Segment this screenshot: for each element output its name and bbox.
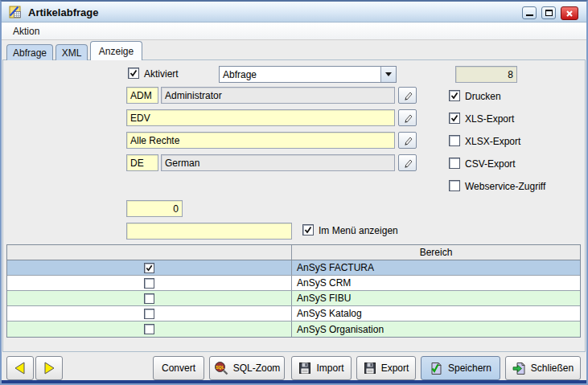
export-label: Export: [381, 362, 409, 374]
table-row[interactable]: AnSyS FIBU: [7, 291, 580, 306]
speichern-label: Speichern: [448, 362, 491, 374]
im-menue-anzeigen-checkbox[interactable]: [302, 224, 314, 236]
checkmark-icon: [450, 91, 459, 100]
window-bottom-border: [0, 380, 588, 385]
row-checkbox[interactable]: [144, 324, 154, 334]
berechtigung-picker-button[interactable]: [398, 132, 417, 149]
sprache-code-field[interactable]: DE: [126, 154, 158, 171]
aktiviert-label: Aktiviert: [144, 68, 179, 80]
sql-zoom-icon: SQL: [214, 361, 228, 375]
table-row[interactable]: AnSyS FACTURA: [7, 260, 580, 276]
typ-combobox[interactable]: Abfrage: [219, 66, 397, 83]
table-row[interactable]: AnSyS Katalog: [7, 306, 580, 322]
combo-dropdown-button[interactable]: [380, 67, 396, 82]
convert-label: Convert: [162, 362, 195, 374]
table-row[interactable]: AnSyS Organisation: [7, 322, 580, 337]
window-title: Artikelabfrage: [28, 6, 98, 18]
checkmark-icon: [129, 68, 138, 78]
typ-value: Abfrage: [220, 69, 380, 80]
xls-export-checkbox[interactable]: [449, 113, 460, 124]
arrow-right-icon: [41, 361, 57, 375]
speichern-button[interactable]: Speichern: [421, 356, 500, 380]
sql-zoom-button[interactable]: SQL SQL-Zoom: [209, 356, 285, 380]
abteilung-picker-button[interactable]: [398, 109, 417, 126]
mitarbeiter-picker-button[interactable]: [398, 87, 417, 104]
aktiviert-checkbox[interactable]: [128, 68, 139, 79]
prioritaet-field[interactable]: 0: [126, 200, 183, 217]
row-label: AnSyS FACTURA: [292, 260, 580, 275]
minimize-icon: [526, 10, 533, 16]
close-arrow-icon: [512, 362, 526, 375]
sprache-picker-button[interactable]: [398, 154, 417, 171]
sprache-name-field[interactable]: German: [161, 154, 395, 171]
row-label: AnSyS Organisation: [292, 322, 580, 337]
title-bar: Artikelabfrage: [2, 2, 586, 23]
drucken-label: Drucken: [465, 91, 501, 102]
schliessen-label: Schließen: [531, 362, 574, 374]
xlsx-export-checkbox[interactable]: [449, 135, 460, 146]
maximize-icon: [545, 10, 553, 16]
table-header-bereich[interactable]: Bereich: [292, 245, 580, 260]
row-label: AnSyS CRM: [292, 276, 580, 290]
mitarbeiter-code-field[interactable]: ADM: [126, 87, 158, 104]
previous-record-button[interactable]: [6, 356, 34, 380]
csv-export-label: CSV-Export: [465, 158, 516, 170]
app-icon: [7, 4, 23, 20]
webservice-zugriff-label: Webservice-Zugriff: [465, 181, 545, 192]
checkmark-icon: [303, 225, 313, 235]
import-label: Import: [316, 362, 343, 374]
row-checkbox[interactable]: [144, 278, 154, 289]
arrow-left-icon: [12, 361, 28, 375]
export-button[interactable]: Export: [356, 356, 416, 380]
row-checkbox[interactable]: [144, 309, 154, 319]
tab-xml[interactable]: XML: [56, 44, 88, 60]
row-label: AnSyS Katalog: [292, 306, 580, 321]
drucken-checkbox[interactable]: [449, 90, 460, 101]
bereich-table: Bereich AnSyS FACTURA AnSyS CRM AnSyS FI…: [6, 244, 581, 338]
abteilung-field[interactable]: EDV: [126, 109, 395, 126]
maximize-button[interactable]: [541, 6, 556, 19]
schliessen-button[interactable]: Schließen: [505, 356, 581, 380]
pencil-icon: [402, 90, 413, 101]
minimize-button[interactable]: [522, 6, 537, 19]
mitarbeiter-name-field[interactable]: Administrator: [161, 87, 395, 104]
tab-anzeige[interactable]: Anzeige: [90, 41, 142, 60]
tab-abfrage[interactable]: Abfrage: [6, 44, 53, 60]
webservice-zugriff-checkbox[interactable]: [449, 180, 460, 191]
untermenue-field[interactable]: [126, 223, 292, 240]
window: Artikelabfrage Aktion Abfrage XML Anzeig…: [0, 0, 588, 385]
csv-export-checkbox[interactable]: [449, 158, 460, 169]
pencil-icon: [402, 113, 413, 124]
row-checkbox[interactable]: [144, 263, 154, 273]
table-row[interactable]: AnSyS CRM: [7, 276, 580, 291]
xlsx-export-label: XLSX-Export: [465, 136, 520, 147]
import-button[interactable]: Import: [291, 356, 352, 380]
pencil-icon: [402, 158, 413, 169]
convert-button[interactable]: Convert: [153, 356, 204, 380]
close-icon: [565, 10, 574, 18]
pencil-icon: [402, 135, 413, 146]
save-check-icon: [430, 362, 443, 375]
next-record-button[interactable]: [35, 356, 63, 380]
floppy-disk-icon: [364, 362, 376, 375]
checkmark-icon: [450, 113, 459, 123]
menu-item-aktion[interactable]: Aktion: [10, 25, 43, 38]
chevron-down-icon: [385, 72, 392, 76]
floppy-disk-icon: [298, 362, 311, 375]
menu-bar: Aktion: [2, 23, 586, 40]
row-label: AnSyS FIBU: [292, 291, 580, 305]
sql-zoom-label: SQL-Zoom: [233, 362, 281, 374]
table-header-checkbox-column[interactable]: [7, 245, 292, 260]
checkmark-icon: [145, 264, 154, 272]
svg-text:SQL: SQL: [216, 365, 224, 370]
xls-export-label: XLS-Export: [465, 113, 514, 125]
close-button[interactable]: [561, 6, 578, 20]
id-field: 8: [455, 66, 517, 83]
im-menue-anzeigen-label: Im Menü anzeigen: [319, 225, 398, 236]
row-checkbox[interactable]: [144, 293, 154, 304]
table-header-row: Bereich: [7, 245, 580, 260]
berechtigung-field[interactable]: Alle Rechte: [126, 132, 395, 149]
